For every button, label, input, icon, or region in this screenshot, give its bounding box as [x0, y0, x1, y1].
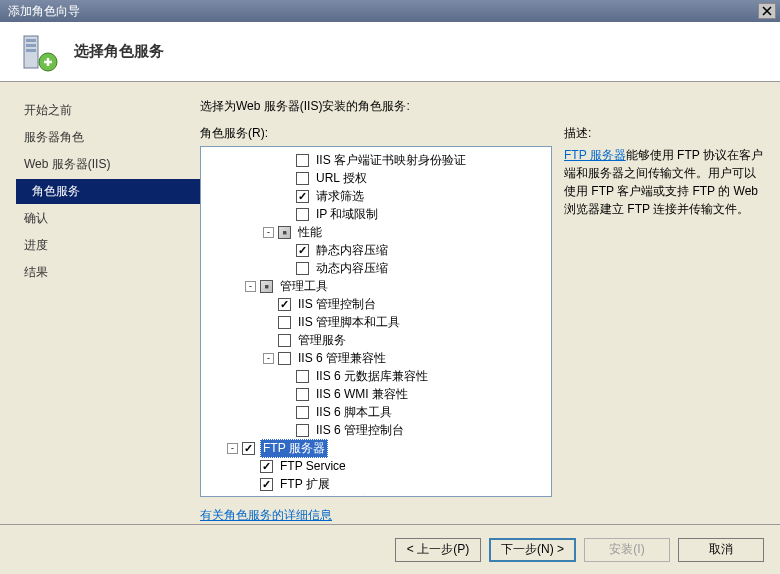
page-title: 选择角色服务 [74, 42, 164, 61]
nav-item[interactable]: 确认 [16, 206, 200, 231]
details-link[interactable]: 有关角色服务的详细信息 [200, 508, 332, 522]
tree-node[interactable]: 动态内容压缩 [201, 259, 551, 277]
tree-node-label: 静态内容压缩 [314, 242, 390, 259]
instruction-text: 选择为Web 服务器(IIS)安装的角色服务: [200, 98, 764, 115]
tree-checkbox[interactable] [296, 154, 309, 167]
cancel-button[interactable]: 取消 [678, 538, 764, 562]
tree-toggle[interactable]: - [263, 227, 274, 238]
tree-checkbox[interactable] [278, 352, 291, 365]
nav-item[interactable]: 角色服务 [16, 179, 200, 204]
tree-node-label: FTP 服务器 [260, 439, 328, 458]
tree-node-label: IIS 6 WMI 兼容性 [314, 386, 410, 403]
description-body: FTP 服务器能够使用 FTP 协议在客户端和服务器之间传输文件。用户可以使用 … [564, 146, 764, 218]
tree-node[interactable]: IIS 管理控制台 [201, 295, 551, 313]
window-title: 添加角色向导 [4, 3, 758, 20]
tree-checkbox[interactable] [260, 460, 273, 473]
tree-checkbox[interactable] [296, 172, 309, 185]
tree-node-label: IIS 管理脚本和工具 [296, 314, 402, 331]
tree-node[interactable]: IP 和域限制 [201, 205, 551, 223]
close-icon [762, 6, 772, 16]
tree-node-label: 动态内容压缩 [314, 260, 390, 277]
tree-node[interactable]: 静态内容压缩 [201, 241, 551, 259]
tree-node[interactable]: -性能 [201, 223, 551, 241]
tree-node-label: 请求筛选 [314, 188, 366, 205]
role-services-tree[interactable]: IIS 客户端证书映射身份验证URL 授权请求筛选IP 和域限制-性能静态内容压… [200, 146, 552, 497]
tree-checkbox[interactable] [278, 316, 291, 329]
tree-node-label: URL 授权 [314, 170, 369, 187]
tree-node-label: IP 和域限制 [314, 206, 380, 223]
close-button[interactable] [758, 3, 776, 19]
tree-node[interactable]: IIS 6 元数据库兼容性 [201, 367, 551, 385]
tree-node[interactable]: IIS 客户端证书映射身份验证 [201, 151, 551, 169]
tree-node-label: IIS 管理控制台 [296, 296, 378, 313]
tree-toggle[interactable]: - [227, 443, 238, 454]
tree-checkbox[interactable] [296, 190, 309, 203]
description-pane: 描述: FTP 服务器能够使用 FTP 协议在客户端和服务器之间传输文件。用户可… [564, 125, 764, 524]
description-heading: 描述: [564, 125, 764, 142]
tree-checkbox[interactable] [296, 406, 309, 419]
nav-item[interactable]: 进度 [16, 233, 200, 258]
tree-node-label: IIS 可承载 Web 核心 [260, 494, 373, 498]
tree-node-label: IIS 6 管理控制台 [314, 422, 406, 439]
tree-label: 角色服务(R): [200, 125, 552, 142]
button-bar: < 上一步(P) 下一步(N) > 安装(I) 取消 [0, 524, 780, 574]
tree-node[interactable]: IIS 6 管理控制台 [201, 421, 551, 439]
tree-node[interactable]: -IIS 6 管理兼容性 [201, 349, 551, 367]
description-link[interactable]: FTP 服务器 [564, 148, 626, 162]
tree-checkbox[interactable] [278, 226, 291, 239]
install-button[interactable]: 安装(I) [584, 538, 670, 562]
tree-node-label: 管理服务 [296, 332, 348, 349]
prev-button[interactable]: < 上一步(P) [395, 538, 481, 562]
tree-node[interactable]: URL 授权 [201, 169, 551, 187]
tree-node-label: FTP 扩展 [278, 476, 332, 493]
wizard-header: 选择角色服务 [0, 22, 780, 82]
tree-checkbox[interactable] [296, 262, 309, 275]
tree-node[interactable]: 管理服务 [201, 331, 551, 349]
svg-rect-3 [26, 49, 36, 52]
title-bar: 添加角色向导 [0, 0, 780, 22]
tree-checkbox[interactable] [278, 298, 291, 311]
nav-item[interactable]: 开始之前 [16, 98, 200, 123]
tree-checkbox[interactable] [296, 370, 309, 383]
tree-checkbox[interactable] [242, 496, 255, 498]
tree-node-label: 性能 [296, 224, 324, 241]
tree-checkbox[interactable] [296, 208, 309, 221]
wizard-nav: 开始之前服务器角色Web 服务器(IIS)角色服务确认进度结果 [0, 82, 200, 524]
nav-item[interactable]: 结果 [16, 260, 200, 285]
tree-node[interactable]: -管理工具 [201, 277, 551, 295]
tree-node[interactable]: IIS 可承载 Web 核心 [201, 493, 551, 497]
svg-rect-1 [26, 39, 36, 42]
tree-node-label: FTP Service [278, 459, 348, 473]
tree-toggle[interactable]: - [245, 281, 256, 292]
tree-toggle[interactable]: - [263, 353, 274, 364]
tree-checkbox[interactable] [278, 334, 291, 347]
tree-checkbox[interactable] [296, 244, 309, 257]
server-role-icon [18, 32, 58, 72]
tree-node-label: 管理工具 [278, 278, 330, 295]
tree-node-label: IIS 客户端证书映射身份验证 [314, 152, 468, 169]
tree-node[interactable]: IIS 6 WMI 兼容性 [201, 385, 551, 403]
tree-node[interactable]: IIS 管理脚本和工具 [201, 313, 551, 331]
content-area: 选择为Web 服务器(IIS)安装的角色服务: 角色服务(R): IIS 客户端… [200, 82, 780, 524]
nav-item[interactable]: 服务器角色 [16, 125, 200, 150]
tree-node-label: IIS 6 管理兼容性 [296, 350, 388, 367]
tree-node[interactable]: FTP Service [201, 457, 551, 475]
tree-checkbox[interactable] [242, 442, 255, 455]
svg-rect-2 [26, 44, 36, 47]
tree-node[interactable]: IIS 6 脚本工具 [201, 403, 551, 421]
tree-node-label: IIS 6 脚本工具 [314, 404, 394, 421]
tree-node[interactable]: -FTP 服务器 [201, 439, 551, 457]
nav-item[interactable]: Web 服务器(IIS) [16, 152, 200, 177]
next-button[interactable]: 下一步(N) > [489, 538, 576, 562]
tree-checkbox[interactable] [260, 280, 273, 293]
tree-node-label: IIS 6 元数据库兼容性 [314, 368, 430, 385]
tree-node[interactable]: 请求筛选 [201, 187, 551, 205]
tree-checkbox[interactable] [260, 478, 273, 491]
tree-node[interactable]: FTP 扩展 [201, 475, 551, 493]
tree-checkbox[interactable] [296, 424, 309, 437]
tree-checkbox[interactable] [296, 388, 309, 401]
